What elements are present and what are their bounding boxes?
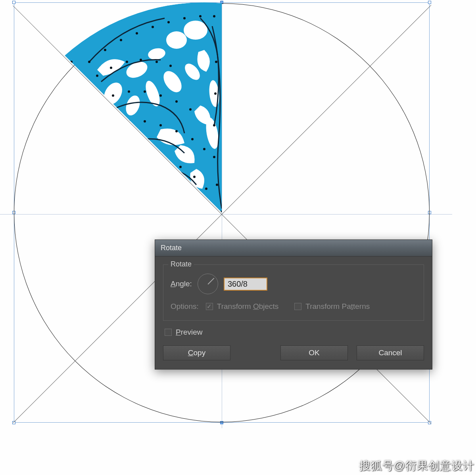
rotate-dialog: Rotate Rotate Angle: Options: Transform …	[155, 239, 432, 370]
preview-label: Preview	[176, 328, 203, 337]
bbox-handle-tr[interactable]	[428, 1, 431, 4]
dialog-titlebar[interactable]: Rotate	[155, 240, 432, 257]
ok-button[interactable]: OK	[280, 345, 348, 360]
dialog-title: Rotate	[161, 244, 182, 252]
transform-patterns-option[interactable]: Transform Patterns	[294, 302, 370, 311]
angle-row: Angle:	[171, 274, 416, 294]
transform-patterns-checkbox[interactable]	[294, 303, 301, 310]
options-row: Options: Transform Objects Transform Pat…	[171, 302, 416, 311]
options-label: Options:	[171, 302, 199, 311]
transform-patterns-label: Transform Patterns	[305, 302, 370, 311]
cancel-button[interactable]: Cancel	[357, 345, 424, 360]
transform-objects-label: Transform Objects	[217, 302, 279, 311]
transform-objects-option[interactable]: Transform Objects	[206, 302, 279, 311]
angle-dial[interactable]	[198, 274, 218, 294]
fieldset-legend: Rotate	[168, 260, 194, 268]
watermark: 搜狐号@衍果创意设计	[359, 458, 474, 473]
dialog-button-bar: Copy OK Cancel	[163, 345, 424, 360]
angle-dial-needle	[207, 278, 214, 285]
angle-label: Angle:	[171, 280, 192, 288]
illustrator-canvas[interactable]	[0, 0, 476, 475]
transform-objects-checkbox[interactable]	[206, 303, 213, 310]
preview-checkbox[interactable]	[165, 329, 172, 336]
copy-button[interactable]: Copy	[163, 345, 230, 360]
preview-option[interactable]: Preview	[165, 328, 424, 337]
bbox-handle-tl[interactable]	[12, 1, 15, 4]
rotate-fieldset: Rotate Angle: Options: Transform Objects…	[163, 264, 424, 321]
angle-input[interactable]	[224, 278, 267, 291]
